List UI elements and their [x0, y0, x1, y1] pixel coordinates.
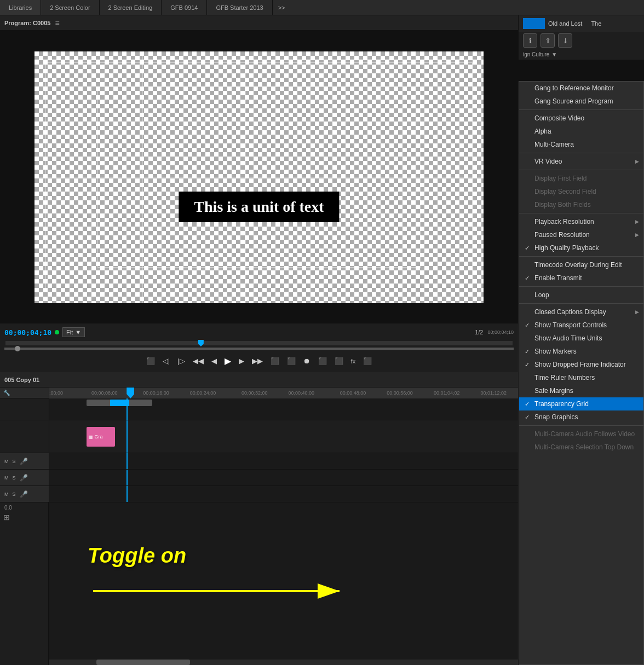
btn-extra1[interactable]: ⬛ — [315, 355, 330, 367]
mark-in-btn[interactable]: ⬛ — [143, 355, 158, 367]
menu-item-safe-margins[interactable]: Safe Margins — [519, 384, 643, 397]
menu-item-enable-transmit[interactable]: Enable Transmit — [519, 271, 643, 285]
ruler-mark-1: 00;00;08;00 — [91, 390, 118, 396]
tab-gfb-starter[interactable]: GFB Starter 2013 — [207, 0, 272, 15]
next-frame-btn[interactable]: ▶ — [236, 355, 247, 367]
menu-separator-12 — [519, 213, 643, 213]
menu-item-alpha[interactable]: Alpha — [519, 125, 643, 138]
resolution-display: 1/2 — [475, 329, 483, 336]
menu-item-high-quality-playback[interactable]: High Quality Playback — [519, 241, 643, 255]
ruler-mark-0: ;00;00 — [49, 390, 63, 396]
playhead-bar[interactable] — [5, 341, 513, 345]
track-a1[interactable] — [49, 453, 518, 470]
fit-dropdown[interactable]: Fit ▼ — [62, 327, 85, 337]
menu-item-playback-resolution[interactable]: Playback Resolution — [519, 215, 643, 228]
menu-item-gang-source-and-program[interactable]: Gang Source and Program — [519, 95, 643, 108]
insert-btn[interactable]: ⬛ — [268, 355, 282, 367]
ruler-playhead — [127, 388, 134, 398]
panel-icon-info[interactable]: ℹ — [523, 33, 537, 48]
sequence-name: 005 Copy 01 — [4, 377, 39, 383]
transport-bar: 00;00;04;10 Fit ▼ 1/2 00;00;04;10 ⬛ ◁| |… — [0, 323, 518, 372]
track-label-a3: M S 🎤 — [0, 486, 49, 502]
clip-block[interactable]: ▦ Gra — [87, 427, 114, 447]
checkerboard: This is a unit of text — [34, 51, 484, 303]
menu-item-gang-to-reference-monitor[interactable]: Gang to Reference Monitor — [519, 82, 643, 95]
goto-out-btn[interactable]: ▶▶ — [249, 355, 266, 367]
tab-overflow[interactable]: >> — [273, 0, 291, 15]
menu-item-snap-graphics[interactable]: Snap Graphics — [519, 410, 643, 424]
menu-item-show-transport-controls[interactable]: Show Transport Controls — [519, 319, 643, 332]
timeline-header: 005 Copy 01 — [0, 372, 518, 388]
ruler-mark-6: 00;00;48;00 — [340, 390, 366, 396]
status-dot — [55, 330, 59, 334]
tab-libraries[interactable]: Libraries — [0, 0, 41, 15]
ruler-mark-9: 00;01;12;02 — [481, 390, 507, 396]
scroll-thumb — [96, 660, 190, 665]
menu-item-composite-video[interactable]: Composite Video — [519, 112, 643, 125]
panel-preview — [519, 60, 644, 80]
zoom-btn[interactable]: ⊞ — [3, 513, 10, 522]
menu-item-display-second-field: Display Second Field — [519, 185, 643, 198]
track-a3[interactable] — [49, 486, 518, 502]
menu-item-show-markers[interactable]: Show Markers — [519, 345, 643, 358]
menu-item-vr-video[interactable]: VR Video — [519, 155, 643, 168]
tab-2screen-color[interactable]: 2 Screen Color — [41, 0, 99, 15]
panel-icon-extra[interactable]: ⤓ — [558, 33, 572, 48]
menu-item-multi-camera[interactable]: Multi-Camera — [519, 138, 643, 151]
menu-item-loop[interactable]: Loop — [519, 288, 643, 302]
play-btn[interactable]: ▶ — [222, 354, 234, 368]
menu-item-paused-resolution[interactable]: Paused Resolution — [519, 228, 643, 241]
track-label-a2: M S 🎤 — [0, 470, 49, 486]
tab-2screen-editing[interactable]: 2 Screen Editing — [100, 0, 162, 15]
menu-item-time-ruler-numbers[interactable]: Time Ruler Numbers — [519, 371, 643, 384]
playhead-line-v1 — [127, 420, 128, 453]
clip-icon: ▦ — [89, 435, 93, 440]
panel-title2: The — [591, 20, 601, 27]
menu-item-transparency-grid[interactable]: Transparency Grid — [519, 397, 643, 410]
monitor-menu-icon[interactable]: ≡ — [55, 19, 59, 27]
playhead-indicator — [198, 340, 204, 346]
ruler: ;00;00 00;00;08;00 00;00;16;00 00;00;24;… — [49, 388, 518, 398]
track-labels: 🔧 M S 🎤 M S — [0, 388, 49, 665]
btn-extra2[interactable]: ⬛ — [332, 355, 346, 367]
step-forward-btn[interactable]: |▷ — [175, 355, 187, 367]
playhead-line-a1 — [127, 453, 128, 469]
menu-item-multi-camera-selection-top-down: Multi-Camera Selection Top Down — [519, 441, 643, 454]
zoom-value: 0.0 — [0, 502, 48, 513]
track-v2[interactable] — [49, 398, 518, 420]
playhead-line-a2 — [127, 470, 128, 485]
clip-label: Gra — [94, 434, 102, 440]
playhead-line-a3 — [127, 486, 128, 502]
panel-label-dropdown[interactable]: ▼ — [551, 51, 557, 57]
btn-extra3[interactable]: ⬛ — [360, 355, 375, 367]
scrub-dot — [15, 346, 20, 351]
tab-gfb-0914[interactable]: GFB 0914 — [162, 0, 207, 15]
step-back-btn[interactable]: ◁| — [160, 355, 173, 367]
track-v1[interactable]: ▦ Gra — [49, 420, 518, 453]
menu-item-show-audio-time-units[interactable]: Show Audio Time Units — [519, 332, 643, 345]
monitor-header: Program: C0005 ≡ — [0, 15, 518, 31]
menu-item-timecode-overlay-during-edit[interactable]: Timecode Overlay During Edit — [519, 258, 643, 271]
panel-label-row: ign Culture ▼ — [519, 49, 644, 60]
h-scrollbar[interactable] — [49, 660, 518, 665]
guide-h1 — [34, 59, 484, 60]
ruler-mark-4: 00;00;32;00 — [242, 390, 268, 396]
main-layout: Program: C0005 ≡ This is a unit of text … — [0, 15, 644, 665]
panel-top: Old and Lost The ℹ ⇧ ⤓ ign Culture ▼ — [519, 15, 644, 81]
prev-frame-btn[interactable]: ◀ — [209, 355, 220, 367]
goto-in-btn[interactable]: ◀◀ — [190, 355, 206, 367]
track-bottom-area: 0.0 ⊞ — [0, 502, 49, 665]
menu-item-closed-captions-display[interactable]: Closed Captions Display — [519, 305, 643, 319]
scrub-bar[interactable] — [4, 348, 514, 350]
guide-h2 — [34, 177, 484, 178]
playhead-line-v2 — [127, 398, 128, 420]
timecode-display: 00;00;04;10 — [4, 328, 51, 337]
overwrite-btn[interactable]: ⬛ — [284, 355, 298, 367]
panel-icon-share[interactable]: ⇧ — [540, 33, 555, 48]
menu-item-show-dropped-frame-indicator[interactable]: Show Dropped Frame Indicator — [519, 358, 643, 371]
export-btn[interactable]: ⏺ — [301, 355, 313, 367]
fx-btn[interactable]: fx — [348, 356, 359, 366]
left-panel: Program: C0005 ≡ This is a unit of text … — [0, 15, 518, 665]
track-a2[interactable] — [49, 470, 518, 486]
menu-separator-2 — [519, 109, 643, 110]
